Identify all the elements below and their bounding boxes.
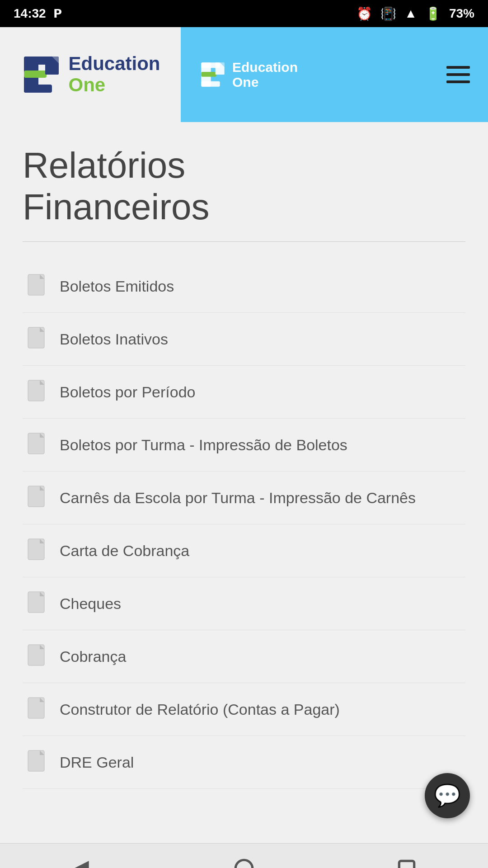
header-nav-section: Education One — [181, 27, 488, 122]
back-button[interactable] — [66, 853, 97, 868]
time: 14:32 — [14, 6, 46, 21]
logo-education: Education — [68, 53, 160, 74]
header: Education One Education One — [0, 27, 488, 122]
document-icon — [27, 591, 49, 616]
report-item[interactable]: DRE Geral — [23, 736, 465, 789]
report-item-label: Boletos por Turma - Impressão de Boletos — [60, 436, 347, 454]
logo-one: One — [68, 74, 160, 96]
wifi-icon: ▲ — [404, 6, 417, 21]
status-bar: 14:32 𝗣 ⏰ 📳 ▲ 🔋 73% — [0, 0, 488, 27]
document-icon — [27, 697, 49, 722]
divider — [23, 241, 465, 242]
svg-rect-9 — [201, 81, 220, 87]
svg-rect-3 — [24, 85, 52, 93]
svg-rect-8 — [201, 72, 216, 77]
report-item[interactable]: Boletos por Turma - Impressão de Boletos — [23, 419, 465, 472]
battery-icon: 🔋 — [425, 6, 441, 21]
nav-logo-education: Education — [232, 60, 298, 75]
report-item-label: Cobrança — [60, 648, 126, 665]
report-item-label: Boletos Inativos — [60, 330, 168, 348]
report-item[interactable]: Construtor de Relatório (Contas a Pagar) — [23, 683, 465, 736]
bottom-nav — [0, 843, 488, 868]
document-icon — [27, 750, 49, 775]
battery-percent: 73% — [449, 6, 474, 21]
nav-logo-icon — [199, 61, 226, 88]
report-item-label: Carnês da Escola por Turma - Impressão d… — [60, 489, 416, 507]
report-item[interactable]: Carta de Cobrança — [23, 524, 465, 577]
logo-icon — [20, 54, 61, 95]
report-item[interactable]: Boletos Emitidos — [23, 260, 465, 313]
logo-text: Education One — [68, 53, 160, 96]
report-item-label: Cheques — [60, 595, 121, 613]
report-item-label: Boletos por Período — [60, 383, 196, 401]
document-icon — [27, 485, 49, 510]
main-content: RelatóriosFinanceiros Boletos EmitidosBo… — [0, 122, 488, 843]
chat-icon: 💬 — [434, 783, 461, 808]
document-icon — [27, 326, 49, 352]
report-item[interactable]: Boletos por Período — [23, 366, 465, 419]
svg-rect-64 — [399, 861, 414, 868]
report-item-label: DRE Geral — [60, 754, 134, 771]
document-icon — [27, 379, 49, 405]
report-item[interactable]: Boletos Inativos — [23, 313, 465, 366]
svg-marker-62 — [74, 861, 89, 868]
document-icon — [27, 432, 49, 458]
vibrate-icon: 📳 — [380, 6, 396, 21]
svg-point-63 — [235, 860, 253, 868]
document-icon — [27, 274, 49, 299]
nav-logo: Education One — [199, 60, 298, 90]
report-item-label: Boletos Emitidos — [60, 278, 174, 295]
p-icon: 𝗣 — [53, 7, 62, 21]
chat-fab[interactable]: 💬 — [425, 773, 470, 818]
svg-rect-2 — [24, 71, 47, 78]
document-icon — [27, 538, 49, 563]
home-button[interactable] — [228, 853, 260, 868]
report-item[interactable]: Carnês da Escola por Turma - Impressão d… — [23, 472, 465, 524]
document-icon — [27, 644, 49, 669]
header-logo-section: Education One — [0, 27, 181, 122]
hamburger-menu[interactable] — [446, 66, 470, 83]
nav-logo-one: One — [232, 75, 298, 90]
nav-logo-text: Education One — [232, 60, 298, 90]
report-item-label: Construtor de Relatório (Contas a Pagar) — [60, 701, 340, 718]
report-item[interactable]: Cobrança — [23, 630, 465, 683]
recent-apps-button[interactable] — [391, 853, 422, 868]
report-item[interactable]: Cheques — [23, 577, 465, 630]
page-title: RelatóriosFinanceiros — [23, 145, 465, 228]
alarm-icon: ⏰ — [357, 6, 372, 21]
report-list: Boletos EmitidosBoletos InativosBoletos … — [23, 260, 465, 789]
logo: Education One — [20, 53, 160, 96]
report-item-label: Carta de Cobrança — [60, 542, 189, 560]
